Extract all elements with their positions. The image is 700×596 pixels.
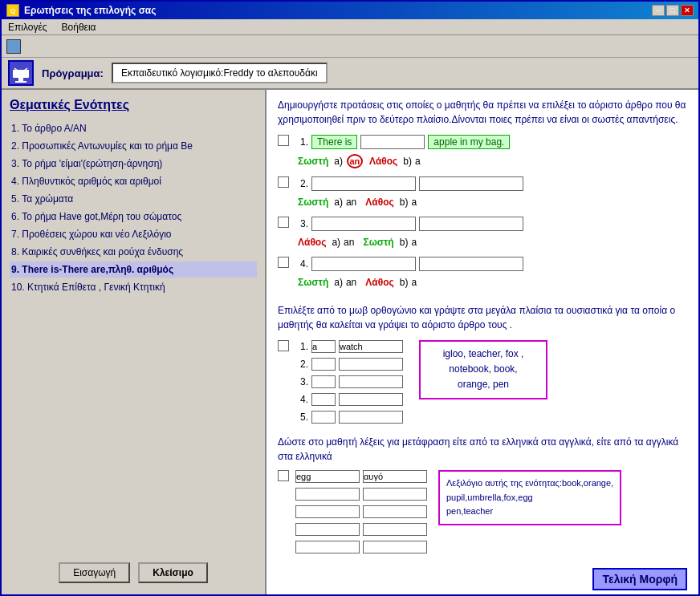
sidebar-item-4[interactable]: 4. Πληθυντικός αριθμός και αριθμοί [10,173,257,189]
program-bar: Πρόγραμμα: Εκπαιδευτικό λογισμικό:Freddy… [2,58,698,90]
maximize-button[interactable]: □ [666,5,679,16]
ex2-medium-5[interactable] [339,411,403,424]
translation-section: Λεξιλόγιο αυτής της ενότητας:book,orange… [295,470,621,553]
exercise1-answer2: Σωστή a) an Λάθος b) a [295,196,523,209]
final-form-button[interactable]: Τελική Μορφή [592,568,687,590]
program-label: Πρόγραμμα: [42,67,104,79]
exercise1-row1-wrapper: 1. There is apple in my bag. Σωστή a) an… [278,135,687,172]
checkbox-1[interactable] [278,135,289,146]
ex2-small-3[interactable] [311,375,336,388]
wrong-label-3: Λάθος [295,236,328,249]
correct-label-3: Σωστή [360,236,396,249]
ex1-input2-2[interactable] [419,176,523,191]
ex2-medium-3[interactable] [339,375,403,388]
trans-gr-5[interactable] [363,541,427,553]
window-title: Ερωτήσεις της επιλογής σας [24,5,156,16]
checkbox-4[interactable] [278,257,289,268]
ex2-small-4[interactable] [311,393,336,406]
trans-row4 [295,523,427,536]
ex2-num-4: 4. [295,394,308,405]
ex2-row4: 4. [295,393,403,406]
close-button[interactable]: ✕ [681,5,694,16]
trans-gr-3[interactable] [363,505,427,518]
section1-description: Δημιουργήστε προτάσεις στις οποίες ο μαθ… [278,98,687,127]
trans-en-3[interactable] [295,505,360,518]
trans-row3 [295,505,427,518]
ex1-num-2: 2. [295,178,308,189]
a-label-3: a) [332,237,340,248]
close-button-sidebar[interactable]: Κλείσιμο [138,562,208,583]
trans-en-2[interactable] [295,488,360,501]
menu-options[interactable]: Επιλογές [5,21,51,33]
toolbar-icon [6,39,21,54]
sidebar-items: 1. Το άρθρο Α/ΑΝ 2. Προσωπικές Αντωνυμίε… [10,120,257,556]
sidebar-item-1[interactable]: 1. Το άρθρο Α/ΑΝ [10,120,257,136]
menu-bar: Επιλογές Βοήθεια [2,19,698,35]
program-name: Εκπαιδευτικό λογισμικό:Freddy το αλεπουδ… [112,63,328,83]
ex2-medium-2[interactable] [339,358,403,371]
ex1-input3-2[interactable] [419,217,523,231]
checkbox-ex3[interactable] [278,470,289,481]
exercise2-rows: 1. 2. 3. [295,340,403,424]
sidebar-item-10[interactable]: 10. Κτητικά Επίθετα , Γενική Κτητική [10,279,257,295]
sidebar-item-8[interactable]: 8. Καιρικές συνθήκες και ρούχα ένδυσης [10,244,257,260]
trans-en-4[interactable] [295,523,360,536]
a-val-3: an [344,237,354,248]
circled-an: an [347,154,363,168]
b-label-3: b) [400,237,409,248]
vocab-box: Λεξιλόγιο αυτής της ενότητας:book,orange… [438,470,621,525]
apple-text: apple in my bag. [428,135,510,149]
sidebar-title: Θεματικές Ενότητες [10,98,257,112]
exercise1-answer1: Σωστή a) an Λάθος b) a [295,154,510,168]
wrong-label-1: Λάθος [367,155,400,168]
sidebar-item-3[interactable]: 3. Το ρήμα 'είμαι'(ερώτηση-άρνηση) [10,156,257,172]
exercise1-row3-wrapper: 3. Λάθος a) an Σωστή b) a [278,217,687,252]
ex1-num-1: 1. [295,136,308,148]
ex2-row5: 5. [295,411,403,424]
trans-row5 [295,541,427,553]
trans-gr-1[interactable] [363,470,427,483]
insert-button[interactable]: Εισαγωγή [59,562,130,583]
ex2-medium-1[interactable] [339,340,403,353]
ex1-num-3: 3. [295,218,308,229]
ex1-input2-1[interactable] [311,176,416,191]
ex2-row1: 1. [295,340,403,353]
ex2-num-3: 3. [295,376,308,387]
sidebar-buttons: Εισαγωγή Κλείσιμο [10,556,257,586]
trans-gr-2[interactable] [363,488,427,501]
trans-gr-4[interactable] [363,523,427,536]
minimize-button[interactable]: − [652,5,665,16]
svg-rect-4 [15,81,26,83]
exercise2-section: 1. 2. 3. [278,340,687,424]
exercise1-row4-wrapper: 4. Σωστή a) an Λάθος b) a [278,257,687,292]
ex2-small-5[interactable] [311,411,336,424]
ex2-num-5: 5. [295,412,308,423]
exercise1-answer3: Λάθος a) an Σωστή b) a [295,236,523,249]
ex1-input4-2[interactable] [419,257,523,271]
sidebar-item-9[interactable]: 9. There is-There are,πληθ. αριθμός [10,262,257,278]
word-bank: igloo, teacher, fox , notebook, book, or… [419,340,547,399]
wrong-label-4: Λάθος [363,276,396,289]
ex2-small-2[interactable] [311,358,336,371]
ex2-small-1[interactable] [311,340,336,353]
checkbox-3[interactable] [278,217,289,228]
b-val-2: a [411,197,417,208]
sidebar-item-2[interactable]: 2. Προσωπικές Αντωνυμίες και το ρήμα Be [10,138,257,154]
toolbar [2,35,698,58]
ex1-input3-1[interactable] [311,217,416,231]
trans-row2 [295,488,427,501]
sidebar: Θεματικές Ενότητες 1. Το άρθρο Α/ΑΝ 2. Π… [2,90,267,594]
sidebar-item-7[interactable]: 7. Προθέσεις χώρου και νέο Λεξιλόγιο [10,226,257,242]
ex1-input4-1[interactable] [311,257,416,271]
checkbox-2[interactable] [278,176,289,188]
sidebar-item-5[interactable]: 5. Τα χρώματα [10,191,257,207]
exercise2-wrapper: 1. 2. 3. [278,340,687,424]
trans-en-5[interactable] [295,541,360,553]
checkbox-ex2[interactable] [278,340,289,351]
trans-en-1[interactable] [295,470,360,483]
sidebar-item-6[interactable]: 6. Το ρήμα Have got,Μέρη του σώματος [10,209,257,225]
ex1-input1-1[interactable] [360,135,425,149]
b-label-1: b) [403,156,412,167]
ex2-medium-4[interactable] [339,393,403,406]
menu-help[interactable]: Βοήθεια [59,21,100,33]
